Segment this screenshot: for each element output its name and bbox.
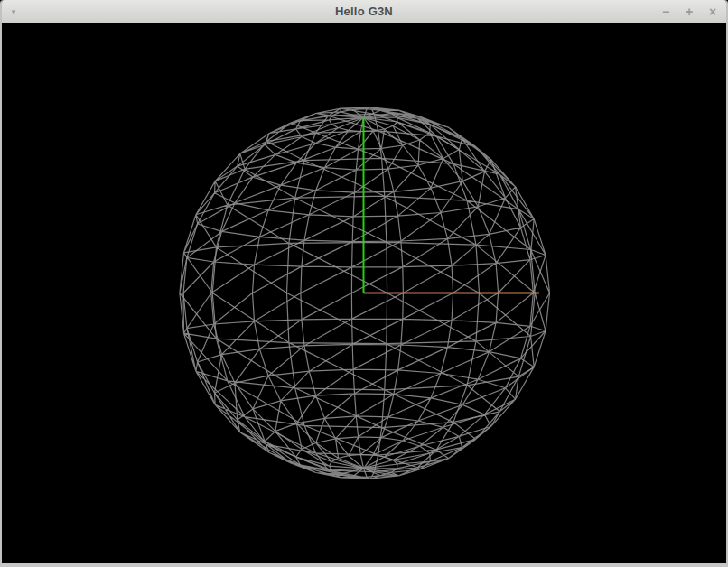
viewport — [2, 23, 726, 563]
titlebar[interactable]: ▾ Hello G3N − + × — [0, 0, 728, 23]
maximize-button[interactable]: + — [677, 0, 701, 23]
scene-canvas[interactable] — [2, 23, 726, 563]
window-menu-icon[interactable]: ▾ — [0, 0, 27, 23]
window-controls: − + × — [654, 0, 724, 23]
app-window: ▾ Hello G3N − + × — [0, 0, 728, 567]
close-button[interactable]: × — [701, 0, 724, 23]
window-title: Hello G3N — [0, 0, 728, 23]
minimize-button[interactable]: − — [654, 0, 677, 23]
